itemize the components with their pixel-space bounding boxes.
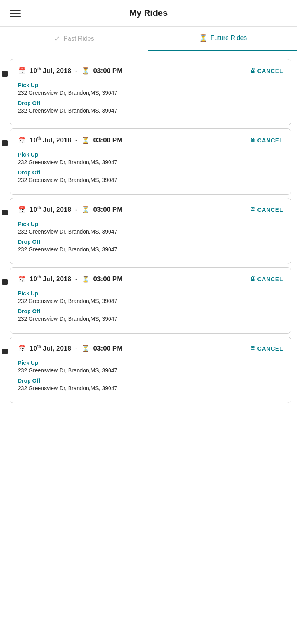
ride-date: 10th Jul, 2018	[30, 67, 71, 75]
dropoff-label: Drop Off	[18, 239, 283, 245]
ride-card: 📅 10th Jul, 2018 - ⏳ 03:00 PM ⩰ CANCEL P…	[10, 198, 291, 264]
date-time-separator: -	[75, 67, 78, 75]
cancel-circle-icon: ⩰	[251, 136, 255, 144]
ride-card-header: 📅 10th Jul, 2018 - ⏳ 03:00 PM ⩰ CANCEL	[18, 67, 283, 75]
hourglass-tab-icon: ⏳	[199, 34, 208, 42]
ride-card: 📅 10th Jul, 2018 - ⏳ 03:00 PM ⩰ CANCEL P…	[10, 128, 291, 195]
ride-date: 10th Jul, 2018	[30, 136, 71, 144]
dropoff-section: Drop Off 232 Greensview Dr, Brandon,MS, …	[18, 308, 283, 322]
cancel-button[interactable]: ⩰ CANCEL	[251, 205, 283, 214]
ride-item: 📅 10th Jul, 2018 - ⏳ 03:00 PM ⩰ CANCEL P…	[0, 128, 297, 195]
cancel-circle-icon: ⩰	[251, 205, 255, 214]
cancel-circle-icon: ⩰	[251, 67, 255, 75]
dropoff-address: 232 Greensview Dr, Brandon,MS, 39047	[18, 177, 283, 183]
cancel-circle-icon: ⩰	[251, 275, 255, 283]
ride-date-time: 📅 10th Jul, 2018 - ⏳ 03:00 PM	[18, 275, 122, 283]
hourglass-icon: ⏳	[82, 275, 89, 283]
cancel-button[interactable]: ⩰ CANCEL	[251, 344, 283, 353]
ride-time: 03:00 PM	[93, 136, 123, 144]
pickup-section: Pick Up 232 Greensview Dr, Brandon,MS, 3…	[18, 151, 283, 165]
date-time-separator: -	[75, 275, 78, 283]
ride-time: 03:00 PM	[93, 345, 123, 353]
hourglass-icon: ⏳	[82, 136, 89, 144]
ride-time: 03:00 PM	[93, 67, 123, 75]
dropoff-section: Drop Off 232 Greensview Dr, Brandon,MS, …	[18, 378, 283, 391]
timeline-dot	[0, 337, 10, 403]
ride-item: 📅 10th Jul, 2018 - ⏳ 03:00 PM ⩰ CANCEL P…	[0, 267, 297, 334]
tab-future-rides-label: Future Rides	[211, 34, 247, 42]
dot-indicator	[2, 210, 8, 215]
timeline-dot	[0, 267, 10, 334]
hourglass-icon: ⏳	[82, 67, 89, 75]
dropoff-label: Drop Off	[18, 100, 283, 106]
ride-date-time: 📅 10th Jul, 2018 - ⏳ 03:00 PM	[18, 67, 122, 75]
hamburger-menu-button[interactable]	[10, 10, 21, 17]
ride-date-time: 📅 10th Jul, 2018 - ⏳ 03:00 PM	[18, 344, 122, 353]
ride-item: 📅 10th Jul, 2018 - ⏳ 03:00 PM ⩰ CANCEL P…	[0, 337, 297, 403]
date-time-separator: -	[75, 136, 78, 144]
ride-time: 03:00 PM	[93, 275, 123, 283]
dropoff-address: 232 Greensview Dr, Brandon,MS, 39047	[18, 246, 283, 253]
cancel-label: CANCEL	[257, 67, 284, 74]
timeline-dot	[0, 59, 10, 125]
dropoff-address: 232 Greensview Dr, Brandon,MS, 39047	[18, 316, 283, 322]
ride-list: 📅 10th Jul, 2018 - ⏳ 03:00 PM ⩰ CANCEL P…	[0, 51, 297, 411]
dropoff-label: Drop Off	[18, 378, 283, 384]
dropoff-label: Drop Off	[18, 308, 283, 314]
cancel-button[interactable]: ⩰ CANCEL	[251, 275, 283, 283]
app-header: My Rides	[0, 0, 297, 27]
ride-card-header: 📅 10th Jul, 2018 - ⏳ 03:00 PM ⩰ CANCEL	[18, 136, 283, 144]
cancel-label: CANCEL	[257, 137, 284, 144]
tab-future-rides[interactable]: ⏳ Future Rides	[148, 27, 297, 51]
cancel-label: CANCEL	[257, 206, 284, 213]
calendar-icon: 📅	[18, 136, 26, 144]
ride-card-header: 📅 10th Jul, 2018 - ⏳ 03:00 PM ⩰ CANCEL	[18, 275, 283, 283]
pickup-address: 232 Greensview Dr, Brandon,MS, 39047	[18, 367, 283, 374]
pickup-address: 232 Greensview Dr, Brandon,MS, 39047	[18, 90, 283, 96]
ride-item: 📅 10th Jul, 2018 - ⏳ 03:00 PM ⩰ CANCEL P…	[0, 198, 297, 264]
ride-date: 10th Jul, 2018	[30, 205, 71, 214]
ride-item: 📅 10th Jul, 2018 - ⏳ 03:00 PM ⩰ CANCEL P…	[0, 59, 297, 125]
pickup-label: Pick Up	[18, 82, 283, 88]
ride-date-time: 📅 10th Jul, 2018 - ⏳ 03:00 PM	[18, 136, 122, 144]
timeline-dot	[0, 128, 10, 195]
ride-card: 📅 10th Jul, 2018 - ⏳ 03:00 PM ⩰ CANCEL P…	[10, 337, 291, 403]
ride-card-header: 📅 10th Jul, 2018 - ⏳ 03:00 PM ⩰ CANCEL	[18, 205, 283, 214]
pickup-address: 232 Greensview Dr, Brandon,MS, 39047	[18, 298, 283, 304]
ride-card-header: 📅 10th Jul, 2018 - ⏳ 03:00 PM ⩰ CANCEL	[18, 344, 283, 353]
cancel-label: CANCEL	[257, 276, 284, 282]
calendar-icon: 📅	[18, 345, 26, 352]
dot-indicator	[2, 140, 8, 146]
pickup-address: 232 Greensview Dr, Brandon,MS, 39047	[18, 228, 283, 235]
dropoff-section: Drop Off 232 Greensview Dr, Brandon,MS, …	[18, 169, 283, 183]
ride-date: 10th Jul, 2018	[30, 275, 71, 283]
pickup-section: Pick Up 232 Greensview Dr, Brandon,MS, 3…	[18, 82, 283, 96]
cancel-button[interactable]: ⩰ CANCEL	[251, 67, 283, 75]
dropoff-address: 232 Greensview Dr, Brandon,MS, 39047	[18, 107, 283, 114]
dropoff-section: Drop Off 232 Greensview Dr, Brandon,MS, …	[18, 100, 283, 114]
ride-date-time: 📅 10th Jul, 2018 - ⏳ 03:00 PM	[18, 205, 122, 214]
pickup-label: Pick Up	[18, 360, 283, 366]
dropoff-address: 232 Greensview Dr, Brandon,MS, 39047	[18, 385, 283, 391]
timeline-dot	[0, 198, 10, 264]
page-title: My Rides	[129, 8, 168, 18]
cancel-circle-icon: ⩰	[251, 344, 255, 353]
ride-time: 03:00 PM	[93, 206, 123, 214]
calendar-icon: 📅	[18, 275, 26, 283]
tab-past-rides[interactable]: ✓ Past Rides	[0, 27, 148, 51]
pickup-section: Pick Up 232 Greensview Dr, Brandon,MS, 3…	[18, 360, 283, 374]
cancel-label: CANCEL	[257, 345, 284, 352]
date-time-separator: -	[75, 206, 78, 214]
pickup-address: 232 Greensview Dr, Brandon,MS, 39047	[18, 159, 283, 165]
cancel-button[interactable]: ⩰ CANCEL	[251, 136, 283, 144]
dropoff-section: Drop Off 232 Greensview Dr, Brandon,MS, …	[18, 239, 283, 253]
hourglass-icon: ⏳	[82, 206, 89, 213]
ride-card: 📅 10th Jul, 2018 - ⏳ 03:00 PM ⩰ CANCEL P…	[10, 59, 291, 125]
tab-past-rides-label: Past Rides	[63, 35, 94, 42]
pickup-section: Pick Up 232 Greensview Dr, Brandon,MS, 3…	[18, 221, 283, 235]
calendar-icon: 📅	[18, 67, 26, 75]
pickup-label: Pick Up	[18, 290, 283, 297]
pickup-label: Pick Up	[18, 221, 283, 227]
hourglass-icon: ⏳	[82, 345, 89, 352]
pickup-section: Pick Up 232 Greensview Dr, Brandon,MS, 3…	[18, 290, 283, 304]
